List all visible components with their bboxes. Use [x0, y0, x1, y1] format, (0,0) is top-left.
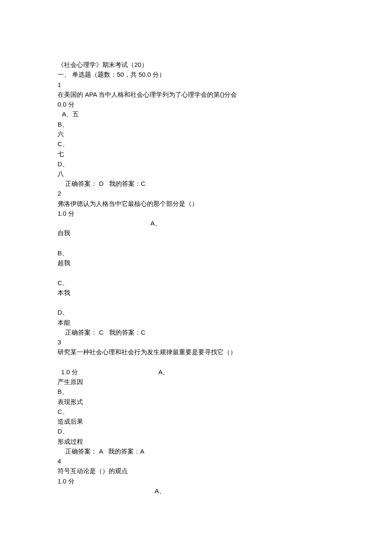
blank-line [58, 268, 334, 278]
question-score: 1.0 分 [58, 476, 334, 486]
question-number: 1 [58, 80, 334, 90]
section-heading: 一、 单选题（题数：50，共 50.0 分） [58, 69, 334, 79]
option-b-text: 超我 [58, 258, 334, 268]
option-c-text: 七 [58, 149, 334, 159]
option-c-label: C、 [58, 278, 334, 288]
option-c-label: C、 [58, 139, 334, 149]
option-a-label: A、 [58, 486, 334, 496]
option-d-label: D、 [58, 159, 334, 169]
exam-title: 《社会心理学》期末考试（20） [58, 60, 334, 69]
option-d-text: 形成过程 [58, 436, 334, 446]
option-c-text: 本我 [58, 288, 334, 298]
question-score: 1.0 分 [58, 208, 334, 218]
question-score: 1.0 分 [61, 368, 78, 376]
answer-line: 正确答案： C 我的答案：C [58, 327, 334, 337]
option-a-text: 产生原因 [58, 377, 334, 387]
option-c-text: 造成后果 [58, 416, 334, 426]
question-number: 4 [58, 456, 334, 466]
option-a: A、五 [58, 109, 334, 119]
option-d-text: 本能 [58, 318, 334, 327]
answer-line: 正确答案： A 我的答案：A [58, 446, 334, 456]
option-d-text: 八 [58, 169, 334, 179]
question-score: 0.0 分 [58, 99, 334, 109]
option-b-label: B、 [58, 387, 334, 396]
question-number: 2 [58, 188, 334, 198]
question-number: 3 [58, 337, 334, 347]
option-a-label: A、 [58, 218, 334, 228]
option-d-label: D、 [58, 307, 334, 317]
option-b-text: 六 [58, 129, 334, 139]
option-d-label: D、 [58, 426, 334, 436]
option-b-label: B、 [58, 119, 334, 129]
question-text: 在美国的 APA 当中人格和社会心理学列为了心理学会的第()分会 [58, 90, 334, 99]
blank-line [58, 298, 334, 307]
question-score-row: 1.0 分A、 [58, 357, 334, 377]
blank-line [58, 238, 334, 248]
option-c-label: C、 [58, 407, 334, 416]
answer-line: 正确答案： D 我的答案：C [58, 179, 334, 188]
option-b-label: B、 [58, 248, 334, 258]
option-a-text: 自我 [58, 228, 334, 238]
question-text: 研究某一种社会心理和社会行为发生规律最重要是要寻找它（） [58, 347, 334, 357]
option-a-label: A、 [158, 368, 169, 376]
option-b-text: 表现形式 [58, 397, 334, 407]
question-text: 符号互动论是（）的观点 [58, 466, 334, 476]
question-text: 弗洛伊德认为人格当中它最核心的那个部分是（） [58, 199, 334, 208]
